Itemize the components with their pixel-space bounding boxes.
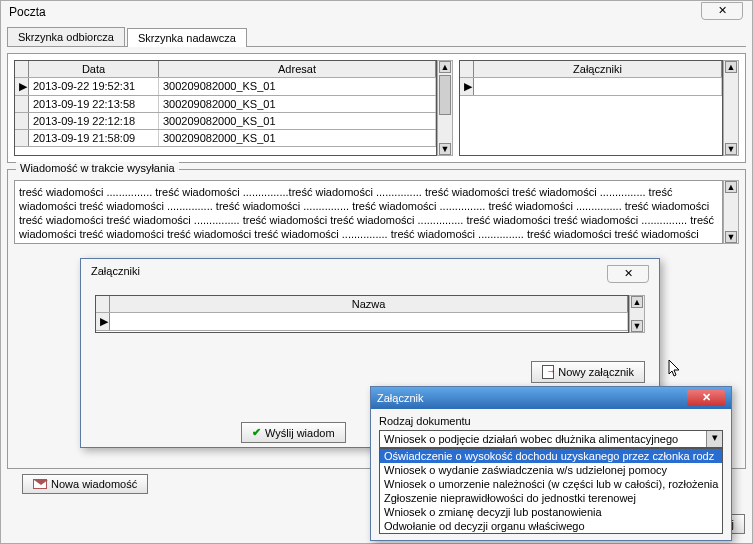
table-row[interactable]: ▶	[460, 78, 722, 96]
send-message-button[interactable]: ✔ Wyślij wiadom	[241, 422, 346, 443]
tab-inbox[interactable]: Skrzynka odbiorcza	[7, 27, 125, 46]
list-item[interactable]: Zgłoszenie nieprawidłowości do jednostki…	[380, 491, 722, 505]
messages-panel: Data Adresat ▶ 2013-09-22 19:52:31 30020…	[7, 53, 746, 163]
col-name[interactable]: Nazwa	[110, 296, 628, 312]
list-item[interactable]: Wniosek o zmianę decyzji lub postanowien…	[380, 505, 722, 519]
message-body[interactable]: treść wiadomości ............... treść w…	[14, 180, 723, 244]
mouse-cursor	[668, 360, 682, 378]
table-row[interactable]: ▶ 2013-09-22 19:52:31 300209082000_KS_01	[15, 78, 436, 96]
mail-icon	[33, 479, 47, 489]
doc-type-list[interactable]: Oświadczenie o wysokość dochodu uzyskane…	[379, 448, 723, 534]
list-item[interactable]: Wniosek o wydanie zaświadczenia w/s udzi…	[380, 463, 722, 477]
table-row[interactable]: ▶	[96, 313, 628, 331]
messages-scrollbar[interactable]: ▲▼	[437, 60, 453, 156]
doc-type-label: Rodzaj dokumentu	[379, 415, 723, 427]
table-row[interactable]: 2013-09-19 21:58:09 300209082000_KS_01	[15, 130, 436, 147]
doc-type-dropdown[interactable]: Wniosek o podjęcie działań wobec dłużnik…	[379, 430, 723, 448]
body-scrollbar[interactable]: ▲▼	[723, 180, 739, 244]
group-label: Wiadomość w trakcie wysyłania	[16, 162, 179, 174]
attach-grid-scrollbar[interactable]: ▲▼	[629, 295, 645, 333]
col-attachments[interactable]: Załączniki	[474, 61, 722, 77]
attachments-dialog-title: Załączniki	[91, 265, 140, 283]
attachments-scrollbar[interactable]: ▲▼	[723, 60, 739, 156]
attachment-type-dialog: Załącznik ✕ Rodzaj dokumentu Wniosek o p…	[370, 386, 732, 541]
mailbox-tabs: Skrzynka odbiorcza Skrzynka nadawcza	[7, 27, 746, 47]
new-doc-icon	[542, 365, 554, 379]
attachments-grid[interactable]: Załączniki ▶	[459, 60, 723, 156]
chevron-down-icon[interactable]: ▾	[706, 431, 722, 447]
new-attachment-button[interactable]: Nowy załącznik	[531, 361, 645, 383]
window-close-button[interactable]: ✕	[701, 2, 743, 20]
attachments-name-grid[interactable]: Nazwa ▶	[95, 295, 629, 333]
list-item[interactable]: Odwołanie od decyzji organu właściwego	[380, 519, 722, 533]
attachment-type-title: Załącznik	[377, 392, 423, 404]
table-row[interactable]: 2013-09-19 22:13:58 300209082000_KS_01	[15, 96, 436, 113]
list-item[interactable]: Oświadczenie o wysokość dochodu uzyskane…	[380, 449, 722, 463]
new-message-button[interactable]: Nowa wiadomość	[22, 474, 148, 494]
col-date[interactable]: Data	[29, 61, 159, 77]
list-item[interactable]: Wniosek o umorzenie należności (w części…	[380, 477, 722, 491]
col-recipient[interactable]: Adresat	[159, 61, 436, 77]
tab-outbox[interactable]: Skrzynka nadawcza	[127, 28, 247, 47]
check-icon: ✔	[252, 426, 261, 439]
messages-grid[interactable]: Data Adresat ▶ 2013-09-22 19:52:31 30020…	[14, 60, 437, 156]
attachment-type-close[interactable]: ✕	[687, 390, 725, 406]
table-row[interactable]: 2013-09-19 22:12:18 300209082000_KS_01	[15, 113, 436, 130]
attachments-dialog-close[interactable]: ✕	[607, 265, 649, 283]
window-title: Poczta	[1, 1, 752, 23]
